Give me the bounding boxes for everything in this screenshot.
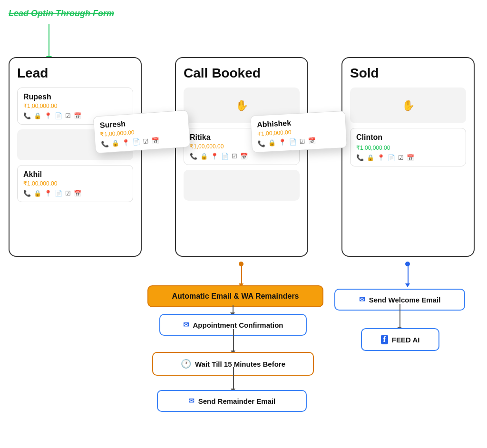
lock-icon: 🔒 (268, 139, 276, 147)
connector-wait-to-send (233, 367, 234, 390)
cal-icon: 📅 (74, 112, 81, 119)
lock-icon: 🔒 (34, 112, 41, 119)
automation-label: Automatic Email & WA Remainders (172, 292, 299, 301)
flow-arrow-sold (405, 283, 410, 287)
lock-icon: 🔒 (111, 139, 119, 147)
sold-column: Sold ✋ Clinton ₹1,00,000.00 📞 🔒 📍 📄 ☑ 📅 (341, 57, 475, 257)
lead-optin-label: Lead Optin Through Form (9, 9, 114, 19)
blank-card: ✋ (350, 88, 466, 123)
phone-icon: 📞 (23, 190, 31, 197)
location-icon: 📍 (44, 190, 52, 197)
location-icon: 📍 (279, 138, 287, 146)
doc-icon: 📄 (221, 153, 229, 160)
appt-confirm-label: Appointment Confirmation (193, 321, 283, 329)
doc-icon: 📄 (388, 154, 395, 161)
cal-icon: 📅 (74, 190, 81, 197)
doc-icon: 📄 (55, 112, 62, 119)
doc-icon: 📄 (289, 138, 297, 146)
phone-icon: 📞 (23, 112, 31, 119)
contact-icons: 📞 🔒 📍 📄 ☑ 📅 (356, 154, 460, 161)
cal-icon: 📅 (407, 154, 414, 161)
contact-icons: 📞 🔒 📍 📄 ☑ 📅 (23, 190, 127, 197)
wait-label: Wait Till 15 Minutes Before (195, 360, 285, 368)
optin-arrow (49, 24, 49, 57)
location-icon: 📍 (211, 153, 218, 160)
connector-welcome-to-feed (399, 304, 400, 328)
doc-icon: 📄 (132, 138, 140, 146)
contact-name: Akhil (23, 170, 127, 179)
contact-icons: 📞 🔒 📍 📄 ☑ 📅 (258, 136, 341, 147)
feed-ai-box[interactable]: f FEED AI (361, 328, 439, 351)
cal-icon: 📅 (151, 137, 159, 145)
clinton-amount: ₹1,00,000.00 (356, 145, 460, 151)
phone-icon: 📞 (356, 154, 364, 161)
blank-card (184, 170, 300, 201)
contact-icons: 📞 🔒 📍 📄 ☑ 📅 (190, 153, 293, 160)
check-icon: ☑ (398, 154, 404, 161)
doc-icon: 📄 (55, 190, 62, 197)
send-remainder-label: Send Remainder Email (198, 397, 276, 405)
lock-icon: 🔒 (200, 153, 208, 160)
call-booked-column: Call Booked ✋ Ritika ₹1,00,000.00 📞 🔒 📍 … (175, 57, 308, 257)
location-icon: 📍 (44, 112, 52, 119)
phone-icon: 📞 (258, 140, 266, 147)
lock-icon: 🔒 (367, 154, 374, 161)
flow-line-callbooked (241, 264, 242, 285)
check-icon: ☑ (65, 190, 71, 197)
call-booked-column-title: Call Booked (184, 66, 300, 81)
sold-column-title: Sold (350, 66, 466, 81)
main-automation-box[interactable]: Automatic Email & WA Remainders (147, 285, 323, 307)
drag-cursor-callbooked: ✋ (235, 99, 248, 112)
mail-icon: ✉ (183, 321, 189, 329)
send-welcome-label: Send Welcome Email (369, 296, 441, 304)
cal-icon: 📅 (308, 137, 316, 145)
check-icon: ☑ (232, 153, 237, 160)
clock-icon: 🕐 (181, 359, 191, 369)
dragged-card-abhishek[interactable]: Abhishek ₹1,00,000.00 📞 🔒 📍 📄 ☑ 📅 (250, 111, 347, 153)
lead-column-title: Lead (17, 66, 133, 81)
dragged-card-suresh[interactable]: Suresh ₹1,00,000.00 📞 🔒 📍 📄 ☑ 📅 (93, 110, 191, 154)
cal-icon: 📅 (240, 153, 248, 160)
contact-amount: ₹1,00,000.00 (23, 180, 127, 187)
contact-amount: ₹1,00,000.00 (23, 103, 127, 109)
contact-name: Rupesh (23, 93, 127, 101)
contact-name: Clinton (356, 133, 460, 142)
lead-column: Lead Rupesh ₹1,00,000.00 📞 🔒 📍 📄 ☑ 📅 Akh… (9, 57, 142, 257)
phone-icon: 📞 (101, 140, 109, 148)
location-icon: 📍 (122, 139, 130, 146)
main-canvas: Lead Optin Through Form Lead Rupesh ₹1,0… (0, 0, 487, 448)
connector-appt-to-wait (233, 329, 234, 352)
feed-ai-label: FEED AI (392, 336, 420, 344)
mail-icon-welcome: ✉ (359, 295, 365, 304)
phone-icon: 📞 (190, 153, 197, 160)
flow-line-sold (408, 264, 409, 285)
check-icon: ☑ (143, 137, 149, 145)
send-remainder-box[interactable]: ✉ Send Remainder Email (157, 390, 307, 412)
lock-icon: 🔒 (34, 190, 41, 197)
mail-icon-remainder: ✉ (188, 397, 195, 405)
fb-icon: f (381, 335, 388, 344)
check-icon: ☑ (65, 112, 71, 119)
check-icon: ☑ (300, 137, 306, 145)
location-icon: 📍 (377, 154, 385, 161)
list-item[interactable]: Akhil ₹1,00,000.00 📞 🔒 📍 📄 ☑ 📅 (17, 165, 133, 202)
list-item[interactable]: Clinton ₹1,00,000.00 📞 🔒 📍 📄 ☑ 📅 (350, 128, 466, 166)
drag-cursor-sold: ✋ (402, 99, 415, 112)
